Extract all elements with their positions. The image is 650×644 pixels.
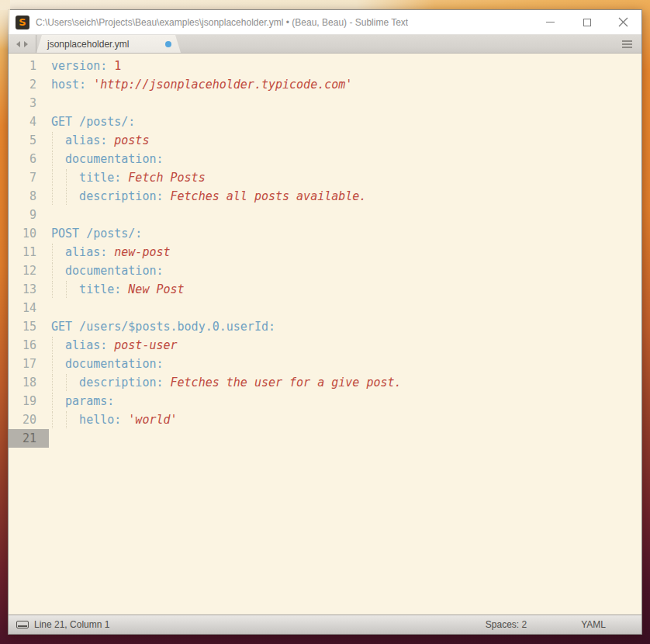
line-number: 11 bbox=[9, 243, 49, 261]
indent-guide bbox=[52, 337, 53, 354]
line-number: 17 bbox=[9, 355, 49, 373]
indent-guide bbox=[66, 281, 67, 298]
code-text: host: 'http://jsonplaceholder.typicode.c… bbox=[49, 75, 641, 94]
code-area[interactable]: 1version: 12host: 'http://jsonplaceholde… bbox=[9, 54, 641, 615]
code-line[interactable]: 15GET /users/$posts.body.0.userId: bbox=[9, 317, 641, 336]
indent-guide bbox=[52, 244, 53, 261]
code-text: alias: post-user bbox=[49, 336, 641, 355]
code-text bbox=[49, 206, 641, 224]
line-number: 21 bbox=[9, 429, 49, 448]
line-number: 3 bbox=[9, 94, 49, 113]
line-number: 10 bbox=[9, 224, 49, 243]
indent-guide bbox=[52, 151, 53, 168]
indent-guide bbox=[52, 374, 53, 391]
indentation-setting[interactable]: Spaces: 2 bbox=[486, 619, 527, 630]
code-line[interactable]: 19 params: bbox=[9, 392, 641, 410]
code-line[interactable]: 13 title: New Post bbox=[9, 280, 641, 299]
code-text: description: Fetches all posts available… bbox=[49, 187, 641, 206]
nav-forward-icon[interactable] bbox=[24, 41, 28, 47]
line-number: 5 bbox=[9, 131, 49, 150]
indent-guide bbox=[52, 188, 53, 205]
line-number: 15 bbox=[9, 317, 49, 336]
nav-back-icon[interactable] bbox=[16, 41, 20, 47]
line-number: 13 bbox=[9, 280, 49, 299]
code-line[interactable]: 21 bbox=[9, 429, 641, 448]
code-line[interactable]: 18 description: Fetches the user for a g… bbox=[9, 373, 641, 392]
line-number: 20 bbox=[9, 410, 49, 429]
status-bar: Line 21, Column 1 Spaces: 2 YAML bbox=[9, 615, 641, 634]
sublime-text-window: S C:\Users\seich\Projects\Beau\examples\… bbox=[8, 9, 642, 635]
code-text bbox=[49, 429, 641, 448]
title-bar[interactable]: S C:\Users\seich\Projects\Beau\examples\… bbox=[9, 10, 641, 35]
window-title: C:\Users\seich\Projects\Beau\examples\js… bbox=[36, 17, 408, 28]
code-line[interactable]: 1version: 1 bbox=[9, 57, 641, 75]
line-number: 18 bbox=[9, 373, 49, 392]
code-text: alias: new-post bbox=[49, 243, 641, 261]
code-text: alias: posts bbox=[49, 131, 641, 150]
code-line[interactable]: 2host: 'http://jsonplaceholder.typicode.… bbox=[9, 75, 641, 94]
code-text: GET /posts/: bbox=[49, 113, 641, 131]
code-text: documentation: bbox=[49, 355, 641, 373]
code-text bbox=[49, 94, 641, 113]
tab-bar: jsonplaceholder.yml bbox=[9, 35, 641, 54]
tab-overflow-menu-icon[interactable] bbox=[622, 40, 632, 48]
code-text: GET /users/$posts.body.0.userId: bbox=[49, 317, 641, 336]
code-line[interactable]: 4GET /posts/: bbox=[9, 113, 641, 131]
desktop-wallpaper: S C:\Users\seich\Projects\Beau\examples\… bbox=[0, 0, 650, 644]
line-number: 2 bbox=[9, 75, 49, 94]
maximize-button[interactable] bbox=[569, 10, 605, 34]
code-text: hello: 'world' bbox=[49, 410, 641, 429]
line-number: 7 bbox=[9, 168, 49, 187]
code-text: version: 1 bbox=[49, 57, 641, 75]
tab-nav-arrows bbox=[9, 35, 36, 53]
indent-guide bbox=[52, 411, 53, 428]
indent-guide bbox=[52, 262, 53, 279]
code-line[interactable]: 16 alias: post-user bbox=[9, 336, 641, 355]
code-text: params: bbox=[49, 392, 641, 410]
line-number: 6 bbox=[9, 150, 49, 168]
syntax-setting[interactable]: YAML bbox=[581, 619, 606, 630]
code-line[interactable]: 17 documentation: bbox=[9, 355, 641, 373]
code-text: POST /posts/: bbox=[49, 224, 641, 243]
status-panel-icon bbox=[16, 621, 29, 628]
line-number: 4 bbox=[9, 113, 49, 131]
line-number: 16 bbox=[9, 336, 49, 355]
indent-guide bbox=[66, 169, 67, 186]
code-line[interactable]: 6 documentation: bbox=[9, 150, 641, 168]
caret-position: Line 21, Column 1 bbox=[34, 619, 109, 630]
code-text: title: New Post bbox=[49, 280, 641, 299]
code-line[interactable]: 12 documentation: bbox=[9, 261, 641, 280]
code-line[interactable]: 20 hello: 'world' bbox=[9, 410, 641, 429]
tab-label: jsonplaceholder.yml bbox=[47, 39, 129, 50]
code-text: title: Fetch Posts bbox=[49, 168, 641, 187]
line-number: 19 bbox=[9, 392, 49, 410]
sublime-logo-icon: S bbox=[16, 16, 29, 29]
close-button[interactable] bbox=[605, 10, 641, 34]
indent-guide bbox=[66, 374, 67, 391]
code-line[interactable]: 11 alias: new-post bbox=[9, 243, 641, 261]
code-line[interactable]: 10POST /posts/: bbox=[9, 224, 641, 243]
status-right: Spaces: 2 YAML bbox=[486, 619, 641, 630]
line-number: 12 bbox=[9, 261, 49, 280]
indent-guide bbox=[52, 393, 53, 410]
tab-jsonplaceholder[interactable]: jsonplaceholder.yml bbox=[36, 35, 181, 53]
minimize-icon bbox=[546, 22, 555, 23]
close-icon bbox=[618, 17, 628, 27]
indent-guide bbox=[52, 169, 53, 186]
code-line[interactable]: 3 bbox=[9, 94, 641, 113]
code-line[interactable]: 9 bbox=[9, 206, 641, 224]
indent-guide bbox=[66, 411, 67, 428]
line-number: 9 bbox=[9, 206, 49, 224]
indent-guide bbox=[52, 281, 53, 298]
minimize-button[interactable] bbox=[532, 10, 569, 34]
code-line[interactable]: 8 description: Fetches all posts availab… bbox=[9, 187, 641, 206]
code-text: documentation: bbox=[49, 261, 641, 280]
indent-guide bbox=[52, 132, 53, 149]
modified-dot-icon bbox=[165, 41, 171, 47]
code-line[interactable]: 7 title: Fetch Posts bbox=[9, 168, 641, 187]
indent-guide bbox=[66, 188, 67, 205]
code-line[interactable]: 14 bbox=[9, 299, 641, 317]
code-line[interactable]: 5 alias: posts bbox=[9, 131, 641, 150]
maximize-icon bbox=[583, 19, 591, 26]
code-text: documentation: bbox=[49, 150, 641, 168]
